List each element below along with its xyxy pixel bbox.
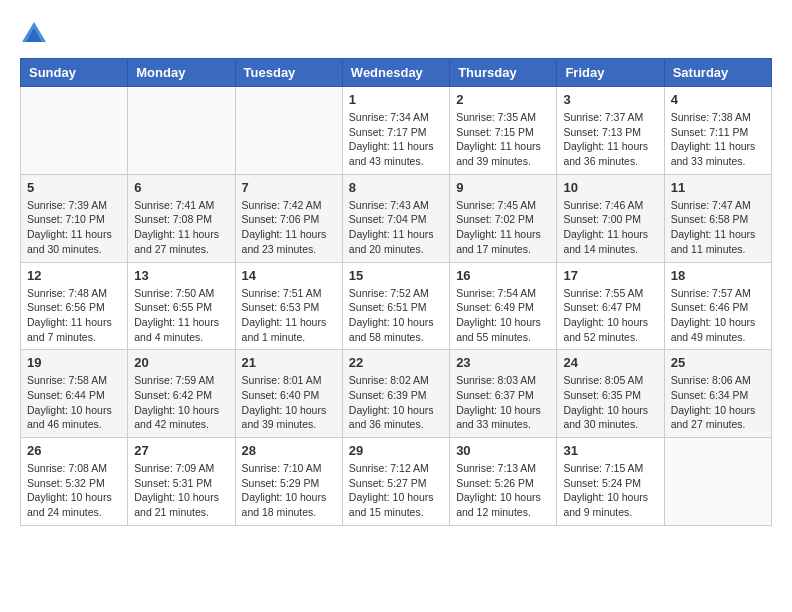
- day-info: Sunrise: 7:45 AM Sunset: 7:02 PM Dayligh…: [456, 198, 550, 257]
- day-number: 18: [671, 268, 765, 283]
- calendar-cell: 6Sunrise: 7:41 AM Sunset: 7:08 PM Daylig…: [128, 174, 235, 262]
- calendar-cell: [128, 87, 235, 175]
- day-number: 25: [671, 355, 765, 370]
- day-number: 7: [242, 180, 336, 195]
- calendar-week-row: 19Sunrise: 7:58 AM Sunset: 6:44 PM Dayli…: [21, 350, 772, 438]
- calendar-cell: 26Sunrise: 7:08 AM Sunset: 5:32 PM Dayli…: [21, 438, 128, 526]
- day-info: Sunrise: 7:57 AM Sunset: 6:46 PM Dayligh…: [671, 286, 765, 345]
- calendar-week-row: 12Sunrise: 7:48 AM Sunset: 6:56 PM Dayli…: [21, 262, 772, 350]
- calendar-cell: 15Sunrise: 7:52 AM Sunset: 6:51 PM Dayli…: [342, 262, 449, 350]
- calendar-header-row: SundayMondayTuesdayWednesdayThursdayFrid…: [21, 59, 772, 87]
- day-number: 11: [671, 180, 765, 195]
- calendar-cell: 8Sunrise: 7:43 AM Sunset: 7:04 PM Daylig…: [342, 174, 449, 262]
- day-info: Sunrise: 7:12 AM Sunset: 5:27 PM Dayligh…: [349, 461, 443, 520]
- day-number: 6: [134, 180, 228, 195]
- day-info: Sunrise: 7:15 AM Sunset: 5:24 PM Dayligh…: [563, 461, 657, 520]
- day-number: 1: [349, 92, 443, 107]
- header: [20, 20, 772, 48]
- day-header-friday: Friday: [557, 59, 664, 87]
- day-number: 28: [242, 443, 336, 458]
- day-number: 5: [27, 180, 121, 195]
- day-info: Sunrise: 7:39 AM Sunset: 7:10 PM Dayligh…: [27, 198, 121, 257]
- day-info: Sunrise: 7:42 AM Sunset: 7:06 PM Dayligh…: [242, 198, 336, 257]
- day-info: Sunrise: 7:52 AM Sunset: 6:51 PM Dayligh…: [349, 286, 443, 345]
- day-info: Sunrise: 7:41 AM Sunset: 7:08 PM Dayligh…: [134, 198, 228, 257]
- day-number: 30: [456, 443, 550, 458]
- day-header-monday: Monday: [128, 59, 235, 87]
- calendar-cell: 13Sunrise: 7:50 AM Sunset: 6:55 PM Dayli…: [128, 262, 235, 350]
- day-info: Sunrise: 7:43 AM Sunset: 7:04 PM Dayligh…: [349, 198, 443, 257]
- day-number: 26: [27, 443, 121, 458]
- day-info: Sunrise: 7:47 AM Sunset: 6:58 PM Dayligh…: [671, 198, 765, 257]
- calendar-cell: 12Sunrise: 7:48 AM Sunset: 6:56 PM Dayli…: [21, 262, 128, 350]
- calendar-cell: 11Sunrise: 7:47 AM Sunset: 6:58 PM Dayli…: [664, 174, 771, 262]
- day-info: Sunrise: 7:10 AM Sunset: 5:29 PM Dayligh…: [242, 461, 336, 520]
- calendar-cell: 23Sunrise: 8:03 AM Sunset: 6:37 PM Dayli…: [450, 350, 557, 438]
- calendar-cell: 19Sunrise: 7:58 AM Sunset: 6:44 PM Dayli…: [21, 350, 128, 438]
- day-number: 16: [456, 268, 550, 283]
- calendar-cell: 18Sunrise: 7:57 AM Sunset: 6:46 PM Dayli…: [664, 262, 771, 350]
- day-info: Sunrise: 7:58 AM Sunset: 6:44 PM Dayligh…: [27, 373, 121, 432]
- day-info: Sunrise: 7:46 AM Sunset: 7:00 PM Dayligh…: [563, 198, 657, 257]
- calendar-cell: 20Sunrise: 7:59 AM Sunset: 6:42 PM Dayli…: [128, 350, 235, 438]
- day-info: Sunrise: 8:02 AM Sunset: 6:39 PM Dayligh…: [349, 373, 443, 432]
- day-info: Sunrise: 7:34 AM Sunset: 7:17 PM Dayligh…: [349, 110, 443, 169]
- day-number: 22: [349, 355, 443, 370]
- day-number: 9: [456, 180, 550, 195]
- day-info: Sunrise: 7:38 AM Sunset: 7:11 PM Dayligh…: [671, 110, 765, 169]
- calendar-week-row: 5Sunrise: 7:39 AM Sunset: 7:10 PM Daylig…: [21, 174, 772, 262]
- calendar-cell: [235, 87, 342, 175]
- calendar-cell: 22Sunrise: 8:02 AM Sunset: 6:39 PM Dayli…: [342, 350, 449, 438]
- day-number: 8: [349, 180, 443, 195]
- logo-icon: [20, 20, 48, 48]
- day-header-thursday: Thursday: [450, 59, 557, 87]
- day-info: Sunrise: 7:50 AM Sunset: 6:55 PM Dayligh…: [134, 286, 228, 345]
- calendar-cell: 10Sunrise: 7:46 AM Sunset: 7:00 PM Dayli…: [557, 174, 664, 262]
- calendar-cell: 24Sunrise: 8:05 AM Sunset: 6:35 PM Dayli…: [557, 350, 664, 438]
- day-info: Sunrise: 7:13 AM Sunset: 5:26 PM Dayligh…: [456, 461, 550, 520]
- day-number: 20: [134, 355, 228, 370]
- day-info: Sunrise: 7:09 AM Sunset: 5:31 PM Dayligh…: [134, 461, 228, 520]
- calendar-week-row: 26Sunrise: 7:08 AM Sunset: 5:32 PM Dayli…: [21, 438, 772, 526]
- calendar-cell: 14Sunrise: 7:51 AM Sunset: 6:53 PM Dayli…: [235, 262, 342, 350]
- calendar-cell: 5Sunrise: 7:39 AM Sunset: 7:10 PM Daylig…: [21, 174, 128, 262]
- calendar-cell: 30Sunrise: 7:13 AM Sunset: 5:26 PM Dayli…: [450, 438, 557, 526]
- calendar-week-row: 1Sunrise: 7:34 AM Sunset: 7:17 PM Daylig…: [21, 87, 772, 175]
- calendar-cell: 3Sunrise: 7:37 AM Sunset: 7:13 PM Daylig…: [557, 87, 664, 175]
- day-number: 24: [563, 355, 657, 370]
- day-number: 14: [242, 268, 336, 283]
- day-info: Sunrise: 8:06 AM Sunset: 6:34 PM Dayligh…: [671, 373, 765, 432]
- day-number: 3: [563, 92, 657, 107]
- day-header-sunday: Sunday: [21, 59, 128, 87]
- day-info: Sunrise: 7:37 AM Sunset: 7:13 PM Dayligh…: [563, 110, 657, 169]
- day-number: 27: [134, 443, 228, 458]
- day-info: Sunrise: 7:54 AM Sunset: 6:49 PM Dayligh…: [456, 286, 550, 345]
- logo: [20, 20, 52, 48]
- calendar-cell: 31Sunrise: 7:15 AM Sunset: 5:24 PM Dayli…: [557, 438, 664, 526]
- day-number: 29: [349, 443, 443, 458]
- day-number: 13: [134, 268, 228, 283]
- day-info: Sunrise: 8:01 AM Sunset: 6:40 PM Dayligh…: [242, 373, 336, 432]
- day-info: Sunrise: 8:03 AM Sunset: 6:37 PM Dayligh…: [456, 373, 550, 432]
- calendar-cell: 7Sunrise: 7:42 AM Sunset: 7:06 PM Daylig…: [235, 174, 342, 262]
- day-info: Sunrise: 7:51 AM Sunset: 6:53 PM Dayligh…: [242, 286, 336, 345]
- day-number: 19: [27, 355, 121, 370]
- calendar-cell: 28Sunrise: 7:10 AM Sunset: 5:29 PM Dayli…: [235, 438, 342, 526]
- day-info: Sunrise: 8:05 AM Sunset: 6:35 PM Dayligh…: [563, 373, 657, 432]
- calendar-cell: 16Sunrise: 7:54 AM Sunset: 6:49 PM Dayli…: [450, 262, 557, 350]
- calendar-cell: [664, 438, 771, 526]
- calendar-cell: 27Sunrise: 7:09 AM Sunset: 5:31 PM Dayli…: [128, 438, 235, 526]
- calendar-cell: 17Sunrise: 7:55 AM Sunset: 6:47 PM Dayli…: [557, 262, 664, 350]
- day-number: 17: [563, 268, 657, 283]
- calendar-cell: 29Sunrise: 7:12 AM Sunset: 5:27 PM Dayli…: [342, 438, 449, 526]
- day-number: 2: [456, 92, 550, 107]
- day-number: 23: [456, 355, 550, 370]
- calendar-cell: 4Sunrise: 7:38 AM Sunset: 7:11 PM Daylig…: [664, 87, 771, 175]
- calendar-cell: 2Sunrise: 7:35 AM Sunset: 7:15 PM Daylig…: [450, 87, 557, 175]
- day-info: Sunrise: 7:55 AM Sunset: 6:47 PM Dayligh…: [563, 286, 657, 345]
- day-info: Sunrise: 7:48 AM Sunset: 6:56 PM Dayligh…: [27, 286, 121, 345]
- day-number: 10: [563, 180, 657, 195]
- calendar-cell: 21Sunrise: 8:01 AM Sunset: 6:40 PM Dayli…: [235, 350, 342, 438]
- day-number: 31: [563, 443, 657, 458]
- calendar-cell: [21, 87, 128, 175]
